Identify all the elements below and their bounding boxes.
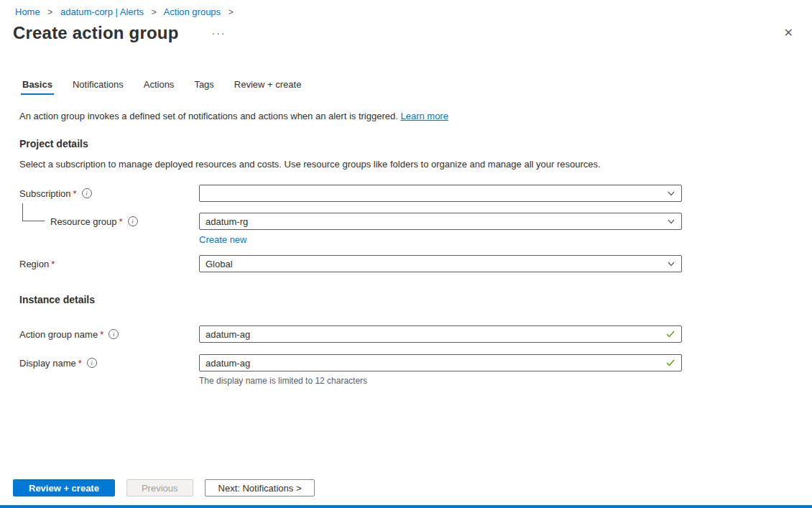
chevron-down-icon: [667, 259, 675, 268]
breadcrumb-separator: >: [152, 7, 157, 17]
subscription-row: Subscription * i: [19, 185, 793, 202]
breadcrumb-action-groups[interactable]: Action groups: [164, 6, 221, 17]
footer-actions: Review + create Previous Next: Notificat…: [13, 479, 315, 497]
info-icon[interactable]: i: [128, 216, 138, 226]
chevron-down-icon: [667, 189, 675, 198]
resource-group-label: Resource group: [50, 216, 117, 227]
region-value: Global: [206, 259, 667, 269]
subscription-dropdown[interactable]: [199, 185, 682, 202]
learn-more-link[interactable]: Learn more: [400, 111, 448, 121]
intro-text: An action group invokes a defined set of…: [19, 111, 793, 121]
tab-tags[interactable]: Tags: [194, 79, 213, 96]
display-name-label-group: Display name * i: [19, 354, 199, 371]
subscription-label-group: Subscription * i: [19, 185, 199, 202]
required-asterisk: *: [78, 358, 82, 369]
tab-notifications[interactable]: Notifications: [73, 79, 124, 96]
valid-check-icon: [665, 359, 675, 367]
instance-details-heading: Instance details: [19, 294, 793, 305]
region-label-group: Region *: [19, 255, 199, 272]
previous-button[interactable]: Previous: [126, 479, 193, 497]
page-title: Create action group: [13, 23, 179, 43]
breadcrumb-alerts[interactable]: adatum-corp | Alerts: [60, 6, 144, 17]
display-name-helper-text: The display name is limited to 12 charac…: [199, 376, 682, 386]
valid-check-icon: [665, 330, 675, 338]
breadcrumb-home[interactable]: Home: [15, 6, 40, 17]
create-new-link[interactable]: Create new: [199, 234, 246, 245]
required-asterisk: *: [51, 259, 55, 269]
action-group-name-row: Action group name * i: [19, 325, 793, 343]
tab-bar: Basics Notifications Actions Tags Review…: [0, 79, 812, 96]
chevron-down-icon: [667, 217, 675, 226]
intro-description: An action group invokes a defined set of…: [19, 111, 400, 121]
info-icon[interactable]: i: [87, 358, 97, 368]
display-name-label: Display name: [19, 358, 76, 369]
resource-group-dropdown[interactable]: adatum-rg: [199, 213, 682, 230]
action-group-name-input[interactable]: [206, 326, 665, 342]
next-notifications-button[interactable]: Next: Notifications >: [205, 479, 315, 497]
tab-actions[interactable]: Actions: [144, 79, 175, 96]
required-asterisk: *: [119, 216, 123, 227]
region-label: Region: [19, 259, 49, 269]
project-details-heading: Project details: [19, 138, 793, 149]
close-icon[interactable]: ✕: [784, 27, 793, 39]
page-header: Create action group ··· ✕: [13, 23, 793, 43]
tree-connector: [22, 203, 45, 221]
action-group-name-label-group: Action group name * i: [19, 325, 199, 343]
info-icon[interactable]: i: [82, 188, 92, 198]
project-details-description: Select a subscription to manage deployed…: [19, 159, 793, 170]
action-group-name-field-wrap: [199, 325, 682, 343]
bottom-accent-bar: [0, 505, 812, 508]
breadcrumb-separator: >: [47, 7, 52, 17]
display-name-field-wrap: [199, 354, 682, 371]
region-dropdown[interactable]: Global: [199, 255, 682, 272]
display-name-row: Display name * i The display name is lim…: [19, 354, 793, 386]
display-name-input[interactable]: [206, 355, 665, 371]
more-options-icon[interactable]: ···: [212, 27, 226, 39]
action-group-name-label: Action group name: [19, 329, 98, 340]
basics-tab-content: An action group invokes a defined set of…: [0, 111, 812, 386]
region-row: Region * Global: [19, 255, 793, 272]
review-create-button[interactable]: Review + create: [13, 479, 115, 497]
subscription-label: Subscription: [19, 188, 71, 199]
tab-basics[interactable]: Basics: [22, 79, 52, 96]
resource-group-value: adatum-rg: [206, 216, 667, 227]
create-new-row: Create new: [199, 234, 793, 245]
required-asterisk: *: [73, 188, 77, 199]
resource-group-row: Resource group * i adatum-rg: [19, 213, 793, 230]
resource-group-label-group: Resource group * i: [19, 213, 199, 230]
tab-review-create[interactable]: Review + create: [234, 79, 302, 96]
info-icon[interactable]: i: [109, 329, 119, 339]
required-asterisk: *: [100, 329, 103, 340]
breadcrumb-separator: >: [229, 7, 234, 17]
breadcrumb: Home > adatum-corp | Alerts > Action gro…: [0, 0, 812, 17]
